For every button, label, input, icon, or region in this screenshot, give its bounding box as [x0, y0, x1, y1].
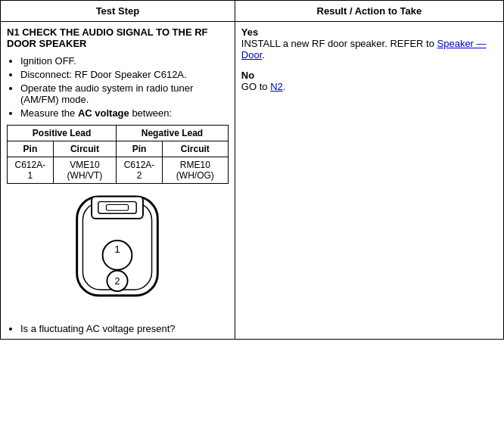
- connector-svg: 1 2: [64, 193, 170, 314]
- no-result: No GO to N2.: [241, 70, 497, 92]
- result-cell: Yes INSTALL a new RF door speaker. REFER…: [235, 22, 503, 340]
- step-3: Operate the audio system in radio tuner …: [20, 82, 229, 105]
- bottom-bullet-list: Is a fluctuating AC voltage present?: [20, 323, 229, 334]
- main-table: Test Step Result / Action to Take N1 CHE…: [0, 0, 504, 340]
- svg-text:1: 1: [115, 244, 121, 255]
- connector-diagram: 1 2: [7, 193, 229, 314]
- no-label: No: [241, 70, 254, 81]
- neg-pin-val: C612A-2: [117, 157, 163, 184]
- step-list: Ignition OFF. Disconnect: RF Door Speake…: [20, 55, 229, 119]
- step-title: N1 CHECK THE AUDIO SIGNAL TO THE RF DOOR…: [7, 26, 229, 49]
- measurement-table: Positive Lead Negative Lead Pin Circuit …: [7, 125, 229, 184]
- neg-pin-header: Pin: [117, 141, 163, 157]
- neg-circuit-header: Circuit: [162, 141, 228, 157]
- no-suffix: .: [283, 81, 286, 92]
- svg-text:2: 2: [115, 276, 120, 287]
- pos-circuit-val: VME10 (WH/VT): [53, 157, 116, 184]
- neg-circuit-val: RME10 (WH/OG): [162, 157, 228, 184]
- step-2: Disconnect: RF Door Speaker C612A.: [20, 69, 229, 80]
- step-4: Measure the AC voltage between:: [20, 107, 229, 119]
- n2-link[interactable]: N2: [270, 81, 283, 92]
- pos-pin-val: C612A-1: [8, 157, 54, 184]
- yes-text: INSTALL a new RF door speaker. REFER to: [241, 38, 437, 49]
- positive-lead-header: Positive Lead: [8, 126, 117, 141]
- yes-suffix: .: [262, 49, 265, 61]
- test-step-cell: N1 CHECK THE AUDIO SIGNAL TO THE RF DOOR…: [1, 22, 235, 340]
- col1-header: Test Step: [1, 1, 235, 22]
- negative-lead-header: Negative Lead: [117, 126, 229, 141]
- step-1: Ignition OFF.: [20, 55, 229, 67]
- bottom-bullet-item: Is a fluctuating AC voltage present?: [20, 323, 229, 334]
- no-text: GO to: [241, 81, 270, 92]
- pos-pin-header: Pin: [8, 141, 54, 157]
- pos-circuit-header: Circuit: [53, 141, 116, 157]
- col2-header: Result / Action to Take: [235, 1, 503, 22]
- ac-voltage-label: AC voltage: [78, 107, 129, 119]
- table-row: C612A-1 VME10 (WH/VT) C612A-2 RME10 (WH/…: [8, 157, 229, 184]
- svg-rect-2: [92, 197, 143, 219]
- yes-result: Yes INSTALL a new RF door speaker. REFER…: [241, 26, 497, 61]
- yes-label: Yes: [241, 26, 258, 38]
